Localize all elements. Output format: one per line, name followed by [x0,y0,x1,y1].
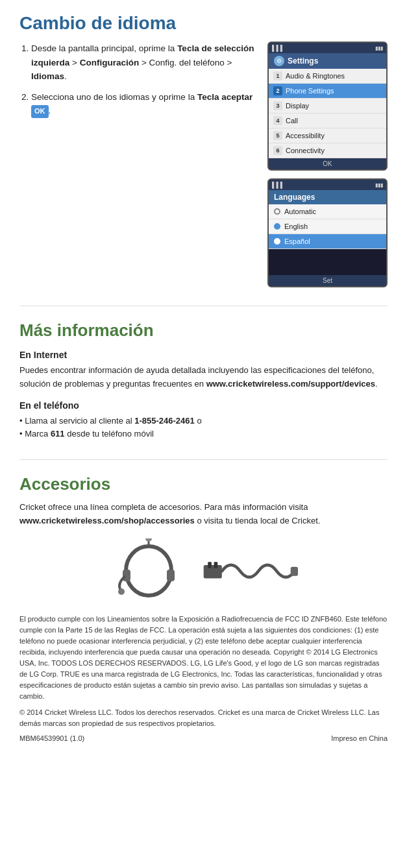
accesorios-link: www.cricketwireless.com/shop/accessories [19,516,195,525]
phone-number-1: 1-855-246-2461 [134,416,195,426]
radio-espanol [274,238,280,245]
step2-bold: Tecla aceptar [197,92,253,102]
step-1: Desde la pantalla principal, oprime la T… [31,42,257,84]
menu-num-6: 6 [273,146,282,155]
signal-icon-2: ▌▌▌ [272,182,284,188]
section-title-mas-info: Más información [19,320,388,341]
svg-point-5 [118,588,125,595]
footer-right: Impreso en China [331,734,388,742]
divider-1 [19,306,388,306]
battery-indicator-2: ▮▮▮ [375,182,383,188]
menu-num-1: 1 [273,71,282,80]
status-bar-1: ▌▌▌ ▮▮▮ [269,43,386,53]
svg-rect-2 [167,570,175,581]
menu-item-call[interactable]: 4 Call [269,114,386,128]
settings-footer: OK [269,158,386,169]
lang-label-english: English [284,223,308,230]
svg-rect-6 [203,565,221,579]
headset-image [110,538,188,603]
languages-title: Languages [274,193,315,202]
svg-rect-8 [214,562,217,568]
battery-indicator: ▮▮▮ [375,45,383,51]
menu-num-5: 5 [273,131,282,140]
svg-point-0 [126,546,171,596]
lang-item-espanol[interactable]: Español [269,234,386,249]
menu-item-audio[interactable]: 1 Audio & Ringtones [269,69,386,84]
copyright-text: © 2014 Cricket Wireless LLC. Todos los d… [19,707,388,729]
languages-screen: ▌▌▌ ▮▮▮ Languages Automatic [267,178,388,287]
charger-image [201,545,298,603]
phone-number-2: 611 [51,429,65,439]
section-title-accesorios: Accesorios [19,474,388,494]
cambio-idioma-section: Cambio de idioma Desde la pantalla princ… [19,13,388,287]
languages-footer: Set [269,275,386,286]
languages-header: Languages [269,190,386,204]
menu-item-accessibility[interactable]: 5 Accessibility [269,128,386,143]
svg-rect-9 [290,567,297,576]
menu-item-phone[interactable]: 2 Phone Settings [269,84,386,99]
section-title-cambio: Cambio de idioma [19,13,388,34]
step-2: Selecciona uno de los idiomas y oprime l… [31,90,257,118]
fine-print-section: El producto cumple con los Lineamientos … [19,614,388,742]
accesorios-section: Accesorios Cricket ofrece una línea comp… [19,474,388,603]
mas-informacion-section: Más información En Internet Puedes encon… [19,320,388,441]
menu-label-connectivity: Connectivity [286,147,325,154]
menu-num-4: 4 [273,116,282,125]
phone-subtitle: En el teléfono [19,400,388,411]
menu-label-accessibility: Accessibility [286,132,325,139]
menu-label-phone: Phone Settings [286,87,334,95]
signal-icon: ▌▌▌ [272,45,284,51]
svg-point-4 [145,538,152,542]
radio-automatic [274,208,280,215]
internet-text: Puedes encontrar información de ayuda de… [19,364,388,391]
status-bar-2: ▌▌▌ ▮▮▮ [269,180,386,190]
internet-subtitle: En Internet [19,350,388,360]
menu-num-3: 3 [273,101,282,110]
menu-label-display: Display [286,102,309,110]
settings-menu: 1 Audio & Ringtones 2 Phone Settings 3 D… [269,69,386,158]
divider-2 [19,459,388,460]
fine-print-text: El producto cumple con los Lineamientos … [19,614,388,702]
lang-item-automatic[interactable]: Automatic [269,204,386,219]
radio-english [274,223,280,230]
gear-icon: ⚙ [274,56,284,66]
step1-sep1: > [69,58,79,67]
step1-bold3: Idiomas [31,71,64,81]
instructions-col: Desde la pantalla principal, oprime la T… [19,42,257,287]
lang-label-espanol: Español [284,237,310,245]
accessories-images [19,538,388,603]
menu-num-2: 2 [273,86,282,95]
settings-screen: ▌▌▌ ▮▮▮ ⚙ Settings 1 Audio & Ringtones [267,42,388,171]
menu-label-audio: Audio & Ringtones [286,72,345,80]
phone-mockups: ▌▌▌ ▮▮▮ ⚙ Settings 1 Audio & Ringtones [267,42,388,287]
footer-left: MBM64539901 (1.0) [19,734,84,742]
step1-pre: Desde la pantalla principal, oprime la [31,43,177,53]
internet-link: www.cricketwireless.com/support/devices [206,379,375,389]
menu-item-display[interactable]: 3 Display [269,99,386,114]
lang-item-english[interactable]: English [269,219,386,234]
svg-rect-7 [208,562,212,568]
lang-label-automatic: Automatic [284,208,316,215]
menu-item-connectivity[interactable]: 6 Connectivity [269,143,386,158]
ok-badge: OK [31,105,49,118]
footer-line: MBM64539901 (1.0) Impreso en China [19,734,388,742]
step1-sep2: > Config. del teléfono > [139,58,232,67]
menu-label-call: Call [286,117,298,125]
step2-pre: Selecciona uno de los idiomas y oprime l… [31,92,197,102]
step1-bold2: Configuración [80,58,140,67]
svg-rect-1 [123,570,130,581]
accesorios-text: Cricket ofrece una línea completa de acc… [19,501,388,528]
languages-list: Automatic English Español [269,204,386,249]
phone-text: • Llama al servicio al cliente al 1-855-… [19,415,388,442]
settings-header: ⚙ Settings [269,53,386,69]
settings-title: Settings [288,56,318,66]
